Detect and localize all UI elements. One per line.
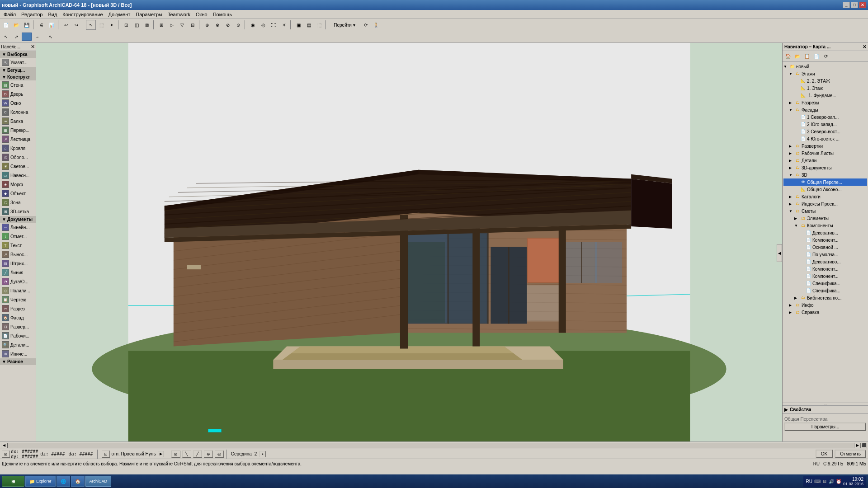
coord-lock-btn[interactable]: ⊠	[2, 450, 10, 458]
tree-decorative1[interactable]: 📄 Декоратив...	[783, 229, 867, 236]
tool-door[interactable]: DДверь	[0, 89, 36, 99]
render-btn2[interactable]: ◎	[258, 20, 268, 30]
tool-unfolding[interactable]: ⊡Развер...	[0, 322, 36, 331]
tool-worksheet[interactable]: 📄Рабочи...	[0, 331, 36, 340]
tree-spec2[interactable]: 📄 Специфика...	[783, 287, 867, 294]
3d-btn1[interactable]: ⊕	[202, 20, 212, 30]
sun-btn[interactable]: ☀	[279, 20, 289, 30]
tool-sub3[interactable]	[22, 33, 32, 41]
3d-viewport[interactable]	[36, 43, 782, 441]
tool-mesh[interactable]: ⊞3D-сетка	[0, 207, 36, 216]
nav-home-btn[interactable]: 🏠	[783, 52, 793, 61]
tree-indexes[interactable]: ▶ 🗂 Индексы Проек...	[783, 200, 867, 207]
tree-3d[interactable]: ▼ 🗂 3D	[783, 171, 867, 178]
tree-comp2[interactable]: 📄 Компонент...	[783, 265, 867, 272]
tree-default1[interactable]: 📄 По умолча...	[783, 251, 867, 258]
tree-axono[interactable]: 📐 Общая Аксоно...	[783, 186, 867, 193]
params-button[interactable]: Параметры...	[784, 422, 866, 431]
viewport[interactable]	[36, 43, 782, 441]
lang-indicator[interactable]: RU	[806, 479, 812, 484]
view-btn4[interactable]: ⊟	[188, 20, 198, 30]
render-btn1[interactable]: ◉	[248, 20, 258, 30]
tool-pointer[interactable]: ↖ Указат...	[0, 58, 36, 67]
menu-params[interactable]: Параметры	[133, 11, 165, 18]
3d-btn3[interactable]: ⊘	[223, 20, 233, 30]
tool-column[interactable]: CКолонна	[0, 108, 36, 117]
tool-shell[interactable]: ◎Оболо...	[0, 153, 36, 162]
view-full-btn[interactable]: ⛶	[269, 20, 278, 30]
tree-details[interactable]: ▶ 🗂 Детали	[783, 157, 867, 164]
tree-facade-2[interactable]: 📄 2 Юго-запад...	[783, 121, 867, 128]
tree-facades[interactable]: ▼ 🗂 Фасады	[783, 106, 867, 113]
tool-hatch[interactable]: ▨Штрих...	[0, 259, 36, 268]
tool-arc[interactable]: ◔Дуга/О...	[0, 277, 36, 286]
plot-button[interactable]: 📊	[47, 20, 57, 30]
menu-editor[interactable]: Редактор	[19, 11, 45, 18]
tool-linear-dim[interactable]: ↔Линейн...	[0, 223, 36, 232]
window-controls[interactable]: _ □ ✕	[843, 2, 866, 8]
tool-misc[interactable]: ⊕Иниче...	[0, 349, 36, 358]
tool-wall[interactable]: ▤Стена	[0, 80, 36, 89]
tool-sub2[interactable]: ↗	[11, 33, 21, 41]
tree-elements[interactable]: ▶ 🗂 Элементы	[783, 215, 867, 222]
tree-facade-3[interactable]: 📄 3 Северо-вост...	[783, 128, 867, 135]
tool-level[interactable]: ↕Отмет...	[0, 232, 36, 241]
taskbar-explorer[interactable]: 📁 Explorer	[25, 476, 56, 487]
tree-unfoldings[interactable]: ▶ 🗂 Развертки	[783, 142, 867, 150]
tool-zone[interactable]: ⬡Зона	[0, 198, 36, 207]
tree-comp1[interactable]: 📄 Компонент...	[783, 236, 867, 244]
taskbar-app1[interactable]: 🏠	[71, 476, 85, 487]
nav-collapse-arrow[interactable]: ◀	[777, 244, 782, 262]
section-begush[interactable]: ▼ Бегущ...	[0, 67, 36, 74]
snap-settings-btn[interactable]: ▸	[259, 451, 266, 457]
tool-line[interactable]: ╱Линия	[0, 268, 36, 277]
taskbar-archicad[interactable]: ArchiCAD	[85, 476, 112, 487]
cancel-button[interactable]: Отменить	[835, 450, 866, 458]
scroll-handle-btn[interactable]: ⬛	[861, 443, 867, 448]
open-button[interactable]: 📂	[11, 20, 21, 30]
tree-floor-2[interactable]: 📐 2. 2. ЭТАЖ	[783, 77, 867, 84]
tree-facade-4[interactable]: 📄 4 Юго-восток ...	[783, 135, 867, 142]
tool-sub1[interactable]: ↖	[1, 33, 11, 41]
tree-main1[interactable]: 📄 Основной ...	[783, 244, 867, 251]
snap-icon1[interactable]: ⊠	[171, 450, 180, 458]
tree-floor-m1[interactable]: 📐 -1. Фундаме...	[783, 92, 867, 99]
tree-comp3[interactable]: 📄 Компонент...	[783, 272, 867, 280]
display-opt2[interactable]: ▤	[304, 20, 314, 30]
tree-expand-icon[interactable]: ▼	[783, 65, 789, 69]
navigate-dropdown[interactable]: Перейти ▾	[329, 20, 360, 30]
ok-button[interactable]: OK	[816, 450, 833, 458]
snap-button3[interactable]: ⊠	[142, 20, 152, 30]
save-button[interactable]: 💾	[22, 20, 32, 30]
tree-worksheets[interactable]: ▶ 🗂 Рабочие Листы	[783, 150, 867, 157]
view-btn3[interactable]: ▽	[177, 20, 187, 30]
tool-drawing[interactable]: 📋Чертёж	[0, 295, 36, 304]
snap-icon2[interactable]: ╲	[182, 450, 191, 458]
view-btn1[interactable]: ⊞	[156, 20, 166, 30]
tree-spec1[interactable]: 📄 Специфика...	[783, 280, 867, 287]
minimize-button[interactable]: _	[843, 2, 850, 8]
ref-point-icon[interactable]: ⊡	[102, 450, 110, 458]
tool-object[interactable]: ◆Объект	[0, 189, 36, 198]
tree-info[interactable]: ▶ 🗂 Инфо	[783, 301, 867, 309]
maximize-button[interactable]: □	[851, 2, 858, 8]
nav-close-icon[interactable]: ✕	[863, 44, 866, 49]
snap-icon5[interactable]: ◎	[215, 450, 224, 458]
tool-stair[interactable]: ↗Лестница	[0, 135, 36, 144]
tool-label[interactable]: ↗Вынос...	[0, 250, 36, 259]
tree-floors-group[interactable]: ▼ 🗂 Этажи	[783, 70, 867, 77]
walk-btn[interactable]: 🚶	[371, 20, 381, 30]
menu-help[interactable]: Помощь	[210, 11, 235, 18]
tree-components[interactable]: ▼ 🗂 Компоненты	[783, 222, 867, 229]
undo-button[interactable]: ↩	[61, 20, 71, 30]
close-button[interactable]: ✕	[859, 2, 866, 8]
scroll-right-btn[interactable]: ▶	[854, 443, 861, 448]
new-button[interactable]: 📄	[1, 20, 11, 30]
display-opt1[interactable]: ▣	[293, 20, 303, 30]
snap-icon3[interactable]: ╱	[193, 450, 202, 458]
tree-library[interactable]: ▶ 🗂 Библиотека по...	[783, 294, 867, 301]
tool-facade[interactable]: 🏠Фасад	[0, 313, 36, 322]
tree-root[interactable]: ▼ 📁 новый	[783, 63, 867, 70]
magic-wand-button[interactable]: ✦	[107, 20, 117, 30]
nav-up-btn[interactable]: 📄	[812, 52, 821, 61]
